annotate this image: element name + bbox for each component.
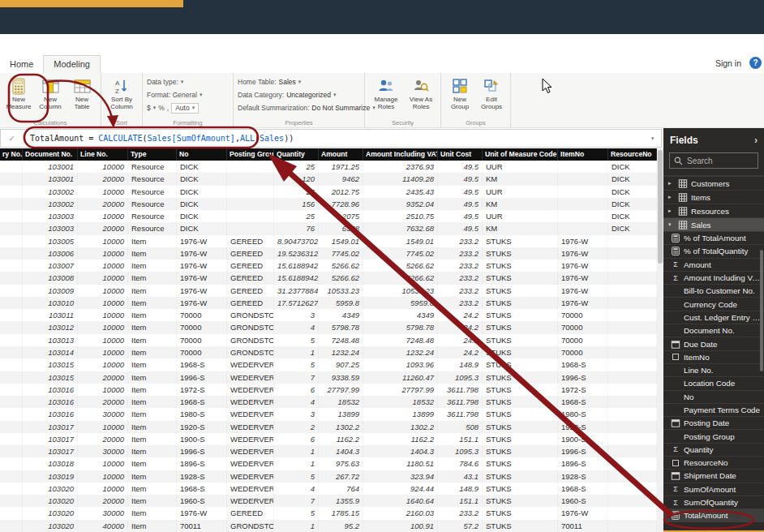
- table-row[interactable]: 10300610000Item1976-WGEREED19.5236312477…: [0, 247, 657, 260]
- table-row[interactable]: 10301720000Item1900-SWEDERVERK61162.2116…: [0, 433, 657, 445]
- table-row[interactable]: 10301010000Item1976-WGEREED17.5712627359…: [0, 297, 657, 309]
- expand-icon[interactable]: ▸: [668, 180, 675, 187]
- column-header[interactable]: Document No.: [23, 148, 78, 161]
- table-row[interactable]: 10301210000Item70000GRONDSTOF45798.78579…: [0, 321, 657, 333]
- data-category-dropdown[interactable]: Data Category:Uncategorized▾: [238, 89, 360, 101]
- table-row[interactable]: 10301310000Item70000GRONDSTOF57248.48724…: [0, 334, 657, 346]
- field-item[interactable]: Line No.: [663, 363, 764, 376]
- table-row[interactable]: 10301630000Item1980-SWEDERVERK3138991389…: [0, 408, 657, 420]
- table-row[interactable]: 10300710000Item1976-WGEREED15.6188942252…: [0, 260, 657, 272]
- field-item[interactable]: ΣAmount: [663, 258, 764, 271]
- column-header[interactable]: Amount: [319, 148, 363, 161]
- new-group-button[interactable]: New Group: [445, 75, 474, 118]
- field-item[interactable]: Due Date: [663, 337, 764, 350]
- format-dropdown[interactable]: Format: General▾: [147, 89, 229, 101]
- column-header[interactable]: Type: [128, 148, 177, 161]
- field-item[interactable]: ΣSumOfAmount: [663, 483, 764, 496]
- column-header[interactable]: ResourceNo: [608, 148, 657, 161]
- column-header[interactable]: No: [177, 148, 227, 161]
- field-item[interactable]: Posting Date: [663, 416, 764, 429]
- scrollbar-thumb[interactable]: [658, 150, 663, 264]
- column-header[interactable]: Quantity: [274, 148, 319, 161]
- column-header[interactable]: Amount Including VAT: [363, 148, 438, 161]
- sort-by-column-button[interactable]: AZ Sort By Column: [105, 75, 138, 118]
- field-item[interactable]: Currency Code: [663, 297, 764, 310]
- collapse-pane-icon[interactable]: ›: [754, 135, 758, 146]
- table-row[interactable]: 10301110000Item70000GRONDSTOF34349434924…: [0, 309, 657, 321]
- table-row[interactable]: 10300510000Item1976-WGEREED8.90473702215…: [0, 235, 657, 247]
- column-header[interactable]: Unit Cost: [438, 148, 483, 161]
- field-item[interactable]: Cust. Ledger Entry No.: [663, 311, 764, 324]
- fields-table-customers[interactable]: ▸Customers: [663, 176, 764, 190]
- expand-icon[interactable]: ▸: [668, 194, 675, 200]
- field-item[interactable]: ItemNo: [663, 350, 764, 363]
- field-item[interactable]: Shipment Date: [663, 469, 764, 482]
- table-row[interactable]: 10302030000Item1976-WGEREED51785.152160.…: [0, 507, 657, 519]
- table-row[interactable]: 10301510000Item1968-SWEDERVERK5907.25109…: [0, 358, 657, 371]
- view-as-roles-button[interactable]: View As Roles: [406, 75, 436, 118]
- formula-expand-icon[interactable]: ▾: [650, 135, 661, 142]
- field-item[interactable]: Posting Group: [663, 429, 764, 442]
- column-header[interactable]: Line No.: [78, 148, 128, 161]
- table-row[interactable]: 10302040000Item70011GRONDSTOF195.2100.91…: [0, 520, 657, 532]
- table-scrollbar[interactable]: [657, 148, 663, 532]
- field-item[interactable]: ResourceNo: [663, 456, 764, 469]
- field-item[interactable]: TotalAmount: [663, 508, 764, 521]
- fields-table-resources[interactable]: ▸Resources: [663, 204, 764, 217]
- column-header[interactable]: ry No.: [0, 148, 23, 161]
- table-row[interactable]: 10302010000Item1968-SWEDERVERK4764924.44…: [0, 483, 657, 495]
- new-table-button[interactable]: New Table: [67, 75, 97, 118]
- search-input[interactable]: [687, 157, 752, 165]
- fields-table-items[interactable]: ▸Items: [663, 190, 764, 204]
- tab-home[interactable]: Home: [0, 56, 43, 73]
- field-item[interactable]: No: [663, 390, 764, 403]
- table-row[interactable]: 10301410000Item70000GRONDSTOF11232.24123…: [0, 346, 657, 358]
- home-table-dropdown[interactable]: Home Table:Sales▾: [238, 76, 360, 88]
- field-item[interactable]: Document No.: [663, 324, 764, 337]
- table-row[interactable]: 10301610000Item1972-SWEDERVERK627797.992…: [0, 384, 657, 396]
- formula-bar[interactable]: ✓ TotalAmount = CALCULATE(Sales[SumOfAmo…: [0, 129, 662, 148]
- table-row[interactable]: 10300320000ResourceDICK7663087632.6849.5…: [0, 222, 657, 234]
- field-item[interactable]: Payment Terms Code: [663, 403, 764, 416]
- field-item[interactable]: Bill-to Customer No.: [663, 284, 764, 297]
- table-row[interactable]: 10300110000ResourceDICK251971.252376.934…: [0, 161, 657, 173]
- decimal-places-spinner[interactable]: Auto▾: [171, 103, 199, 114]
- percent-format-button[interactable]: %: [158, 104, 165, 112]
- field-item[interactable]: % of TotalAmount: [663, 231, 764, 244]
- table-row[interactable]: 10300810000Item1976-WGEREED15.6188942252…: [0, 272, 657, 284]
- table-row[interactable]: 10301730000Item1996-SWEDERVERK11404.3140…: [0, 445, 657, 457]
- table-row[interactable]: 10300210000ResourceDICK252012.752435.434…: [0, 186, 657, 198]
- commit-check-icon[interactable]: ✓: [1, 133, 24, 144]
- table-row[interactable]: 10300910000Item1976-WGEREED31.2377884410…: [0, 285, 657, 297]
- field-item[interactable]: ΣAmount Including VAT: [663, 271, 764, 284]
- table-row[interactable]: 10301620000Item1968-SWEDERVERK4185321853…: [0, 396, 657, 408]
- collapse-icon[interactable]: ▾: [668, 221, 675, 228]
- field-item[interactable]: ΣQuantity: [663, 443, 764, 456]
- table-row[interactable]: 10301520000Item1996-SWEDERVERK79338.5911…: [0, 371, 657, 384]
- help-icon[interactable]: ?: [749, 57, 762, 69]
- new-column-button[interactable]: New Column: [36, 75, 65, 118]
- field-item[interactable]: % of TotalQuantity: [663, 244, 764, 257]
- dax-formula-text[interactable]: TotalAmount = CALCULATE(Sales[SumOfAmoun…: [24, 134, 294, 143]
- column-header[interactable]: Posting Group: [227, 148, 274, 161]
- sign-in-link[interactable]: Sign in: [715, 58, 741, 68]
- table-row[interactable]: 10301810000Item1896-SWEDERVERK1975.63118…: [0, 457, 657, 470]
- column-header[interactable]: ItemNo: [558, 148, 608, 161]
- fields-table-sales[interactable]: ▾Sales: [663, 217, 764, 231]
- fields-search-box[interactable]: [669, 152, 758, 169]
- fields-pane-scrollbar[interactable]: [760, 250, 763, 371]
- table-row[interactable]: 10300310000ResourceDICK2520752510.7549.5…: [0, 210, 657, 222]
- field-item[interactable]: ΣSumOfQuantity: [663, 496, 764, 508]
- edit-groups-button[interactable]: Edit Groups: [477, 75, 506, 118]
- data-type-dropdown[interactable]: Data type:▾: [147, 76, 229, 88]
- column-header[interactable]: Unit of Measure Code: [483, 148, 558, 161]
- table-row[interactable]: 10302020000Item1960-SWEDERVERK71355.9164…: [0, 495, 657, 507]
- table-row[interactable]: 10300220000ResourceDICK1567728.969352.04…: [0, 198, 657, 210]
- expand-icon[interactable]: ▸: [668, 208, 675, 214]
- new-measure-button[interactable]: New Measure: [4, 75, 33, 118]
- default-summarization-dropdown[interactable]: Default Summarization:Do Not Summarize▾: [238, 102, 360, 114]
- tab-modeling[interactable]: Modeling: [43, 55, 101, 73]
- table-row[interactable]: 10300120000ResourceDICK120946211409.2849…: [0, 173, 657, 185]
- manage-roles-button[interactable]: Manage Roles: [369, 75, 403, 118]
- table-row[interactable]: 10301710000Item1920-SWEDERVERK21302.2130…: [0, 421, 657, 433]
